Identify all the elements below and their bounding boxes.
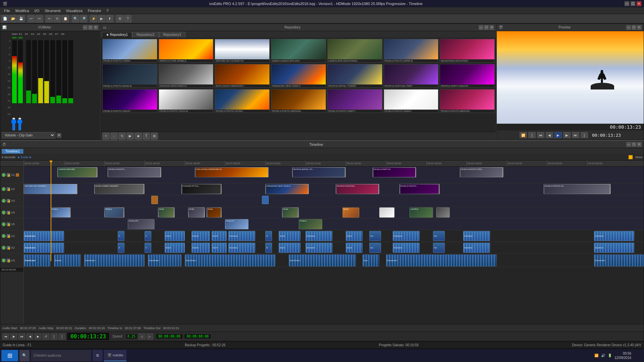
vumeter-minimize[interactable]: — bbox=[83, 25, 88, 30]
zoom-in-button[interactable]: 🔍 bbox=[72, 15, 79, 22]
timeline-tab-1[interactable]: Timeline1 bbox=[2, 149, 23, 154]
taskbar-app-item[interactable]: 🎬 ivsEdits bbox=[104, 350, 126, 361]
open-button[interactable]: 📂 bbox=[9, 15, 17, 22]
table-row[interactable]: Sou bbox=[433, 243, 445, 253]
vumeter-maximize[interactable]: ☐ bbox=[88, 25, 93, 30]
table-row[interactable]: Sou.v bbox=[363, 254, 379, 266]
table-row[interactable]: Sound.wav bbox=[306, 243, 332, 253]
table-row[interactable]: Sound.wav bbox=[594, 231, 634, 241]
preview-play-button[interactable]: ▶ bbox=[554, 132, 562, 138]
tl-audio-expand[interactable]: ◁ bbox=[139, 334, 145, 340]
table-row[interactable]: Sound.wav bbox=[393, 231, 420, 241]
table-row[interactable]: PEOPLE-EIFFEL-TO... bbox=[292, 167, 346, 177]
timeline-tracks[interactable]: 00:01:16:00 00:01:24:00 00:01:32:00 00:0… bbox=[24, 161, 644, 324]
track-lock-v2[interactable]: 🔒 bbox=[7, 187, 10, 191]
table-row[interactable]: Sound. bbox=[346, 243, 363, 253]
table-row[interactable]: Sound.wav bbox=[228, 243, 255, 253]
track-lock-a2[interactable]: 🔒 bbox=[7, 246, 10, 249]
cut-button[interactable]: ✂ bbox=[46, 15, 53, 22]
table-row[interactable]: Sou bbox=[433, 231, 445, 241]
table-row[interactable]: PEXEL bbox=[342, 207, 359, 218]
repo-minimize[interactable]: — bbox=[479, 25, 483, 30]
list-item[interactable]: MOUNTAINS-MOUNTAIN- bbox=[440, 39, 495, 63]
list-item[interactable]: PEXELS-PHOTO-60168-M bbox=[102, 64, 157, 88]
tl-step-fwd-button[interactable]: ▶ bbox=[35, 334, 41, 340]
start-button[interactable]: ⊞ bbox=[1, 350, 18, 361]
list-item[interactable]: AGRICULTURE-ARABLE- bbox=[159, 39, 214, 63]
table-row[interactable]: LADYBUC bbox=[410, 207, 433, 218]
table-row[interactable]: PEXEL bbox=[188, 207, 205, 218]
preview-in-button[interactable]: [ bbox=[528, 132, 536, 138]
repo-stop-button[interactable]: ■ bbox=[135, 132, 142, 140]
list-item[interactable]: FIREWORK-NEW-YEAR-S bbox=[271, 64, 326, 88]
tl-audio-contract[interactable]: ▷ bbox=[147, 334, 153, 340]
preview-minimize[interactable]: — bbox=[626, 25, 631, 30]
list-item[interactable]: PEOPLE-PARTY-DANCIN bbox=[440, 64, 495, 88]
repo-tab-2[interactable]: Repository2 bbox=[132, 32, 159, 38]
table-row[interactable]: Sound.wav bbox=[24, 243, 64, 253]
undo-button[interactable]: ↩ bbox=[28, 15, 35, 22]
table-row[interactable]: Sou bbox=[369, 231, 381, 241]
table-row[interactable]: S bbox=[118, 243, 124, 253]
track-enable-v3[interactable]: ● bbox=[2, 199, 6, 203]
list-item[interactable]: PEOPLE-EIFFEL-TOWER- bbox=[327, 64, 382, 88]
tl-out-button[interactable]: ] bbox=[59, 334, 65, 340]
table-row[interactable]: Sound.wav bbox=[185, 254, 275, 266]
table-row[interactable]: Sound bbox=[212, 231, 227, 241]
preview-close[interactable]: ✕ bbox=[637, 25, 642, 30]
menu-modifica[interactable]: Modifica bbox=[13, 9, 32, 13]
table-row[interactable]: Sound.wav bbox=[463, 231, 490, 241]
close-button[interactable]: ✕ bbox=[637, 1, 641, 6]
save-button[interactable]: 💾 bbox=[17, 15, 25, 22]
table-row[interactable]: PEXEL bbox=[158, 207, 175, 218]
track-lock-a3[interactable]: 🔒 bbox=[7, 259, 10, 262]
table-row[interactable]: Sound bbox=[279, 243, 301, 253]
split-button[interactable]: ⚡ bbox=[90, 15, 97, 22]
vumeter-close[interactable]: ✕ bbox=[94, 25, 98, 30]
table-row[interactable]: Sound bbox=[165, 243, 185, 253]
show-desktop-button[interactable] bbox=[634, 350, 643, 361]
table-row[interactable]: Sound.wav bbox=[393, 243, 420, 253]
table-row[interactable]: Si bbox=[265, 231, 272, 241]
table-row[interactable]: PEXELS-PHOTO-... bbox=[108, 167, 161, 177]
volume-selector[interactable]: Volume - Clip Gain Volume - Master Balan… bbox=[2, 132, 55, 138]
table-row[interactable]: Sound.wav bbox=[148, 254, 181, 266]
preview-out-button[interactable]: ] bbox=[581, 132, 588, 138]
table-row[interactable]: Sound.v bbox=[192, 231, 210, 241]
table-row[interactable]: S bbox=[145, 243, 151, 253]
list-item[interactable]: DAWN-LANDSCAPE-MOI- bbox=[271, 39, 326, 63]
table-row[interactable]: PEXELS-PHOTO... bbox=[399, 184, 440, 194]
table-row[interactable] bbox=[379, 207, 394, 218]
table-row[interactable]: Sound.v bbox=[192, 243, 210, 253]
copy-button[interactable]: ⎘ bbox=[54, 15, 61, 22]
track-lock-a1[interactable]: 🔒 bbox=[7, 234, 10, 238]
menu-strumenti[interactable]: Strumenti bbox=[42, 9, 63, 13]
table-row[interactable]: PEXELS-P bbox=[225, 219, 249, 229]
timeline-maximize[interactable]: ☐ bbox=[632, 142, 636, 147]
tl-play-button[interactable]: ▶ bbox=[10, 334, 17, 340]
list-item[interactable]: FASHION-WRISTWATCH- bbox=[159, 64, 214, 88]
fader-main-r[interactable] bbox=[17, 117, 22, 131]
table-row[interactable]: PEXEL bbox=[207, 207, 222, 218]
tl-go-start-button[interactable]: ⏮ bbox=[2, 334, 9, 340]
table-row[interactable]: PEXELS- bbox=[299, 219, 322, 229]
menu-finestre[interactable]: Finestre bbox=[85, 9, 104, 13]
help-button[interactable]: ? bbox=[124, 15, 131, 22]
track-enable-a1[interactable]: ● bbox=[2, 234, 6, 238]
cortana-search[interactable]: Chiedimi qualcosa bbox=[31, 350, 91, 361]
playhead-marker[interactable] bbox=[629, 155, 633, 159]
table-row[interactable] bbox=[151, 196, 158, 204]
export-button[interactable]: ⬆ bbox=[106, 15, 113, 22]
table-row[interactable]: PEXEL bbox=[282, 207, 299, 218]
table-row[interactable]: Sou bbox=[369, 243, 381, 253]
track-enable-v1[interactable]: ● bbox=[2, 173, 6, 177]
repo-maximize[interactable]: ☐ bbox=[484, 25, 489, 30]
fader-main-l[interactable] bbox=[11, 117, 16, 131]
menu-file[interactable]: File bbox=[1, 9, 13, 13]
list-item[interactable]: PEXELS-PHOTO-154147- bbox=[102, 89, 157, 113]
table-row[interactable]: Sound.wav bbox=[306, 231, 332, 241]
table-row[interactable]: PEXELS-PARTY-D bbox=[373, 167, 416, 177]
table-row[interactable] bbox=[262, 196, 269, 204]
table-row[interactable]: Sound.wav bbox=[463, 243, 490, 253]
render-button[interactable]: ▶ bbox=[98, 15, 105, 22]
